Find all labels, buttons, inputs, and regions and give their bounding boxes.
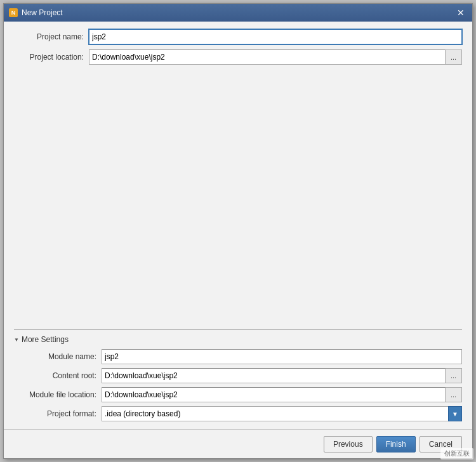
module-name-row: Module name: xyxy=(14,349,462,364)
project-name-input[interactable] xyxy=(89,29,462,44)
module-name-label: Module name: xyxy=(14,352,96,361)
close-button[interactable]: ✕ xyxy=(454,6,467,19)
watermark-text: 创新互联 xyxy=(444,450,470,457)
project-location-browse-button[interactable]: ... xyxy=(446,50,462,65)
module-file-location-label: Module file location: xyxy=(14,390,96,399)
content-root-input[interactable] xyxy=(102,368,446,383)
project-format-dropdown-icon: ▼ xyxy=(448,406,462,421)
project-format-select-wrapper: .idea (directory based) ▼ xyxy=(102,406,462,421)
dialog-icon: N xyxy=(9,8,18,17)
module-file-location-row: Module file location: ... xyxy=(14,387,462,402)
more-settings-rows: Module name: Content root: ... Module fi… xyxy=(14,349,462,421)
previous-button[interactable]: Previous xyxy=(324,436,373,452)
project-location-label: Project location: xyxy=(14,53,84,62)
project-format-row: Project format: .idea (directory based) … xyxy=(14,406,462,421)
dialog-body: Project name: Project location: ... ▼ Mo… xyxy=(4,22,472,429)
collapse-triangle-icon: ▼ xyxy=(14,337,19,343)
more-settings-label: More Settings xyxy=(22,335,69,344)
project-format-label: Project format: xyxy=(14,409,96,418)
project-name-label: Project name: xyxy=(14,32,84,41)
module-file-location-input-group: ... xyxy=(102,387,462,402)
project-format-select[interactable]: .idea (directory based) xyxy=(102,406,462,421)
project-location-row: Project location: ... xyxy=(14,50,462,65)
finish-button[interactable]: Finish xyxy=(376,436,416,452)
content-root-browse-button[interactable]: ... xyxy=(446,368,462,383)
content-root-label: Content root: xyxy=(14,371,96,380)
module-name-input[interactable] xyxy=(102,349,462,364)
project-name-row: Project name: xyxy=(14,29,462,44)
dialog-title: New Project xyxy=(22,8,63,17)
new-project-dialog: N New Project ✕ Project name: Project lo… xyxy=(3,3,473,459)
module-file-location-input[interactable] xyxy=(102,387,446,402)
module-file-location-browse-button[interactable]: ... xyxy=(446,387,462,402)
project-location-input-group: ... xyxy=(89,50,462,65)
watermark: 创新互联 xyxy=(440,448,473,459)
title-bar: N New Project ✕ xyxy=(4,4,472,22)
content-root-input-group: ... xyxy=(102,368,462,383)
more-settings-section: ▼ More Settings Module name: Content roo… xyxy=(14,329,462,421)
spacer xyxy=(14,70,462,324)
dialog-footer: Previous Finish Cancel xyxy=(4,429,472,458)
content-root-row: Content root: ... xyxy=(14,368,462,383)
title-bar-left: N New Project xyxy=(9,8,63,17)
project-location-input[interactable] xyxy=(89,50,446,65)
more-settings-header[interactable]: ▼ More Settings xyxy=(14,335,462,344)
